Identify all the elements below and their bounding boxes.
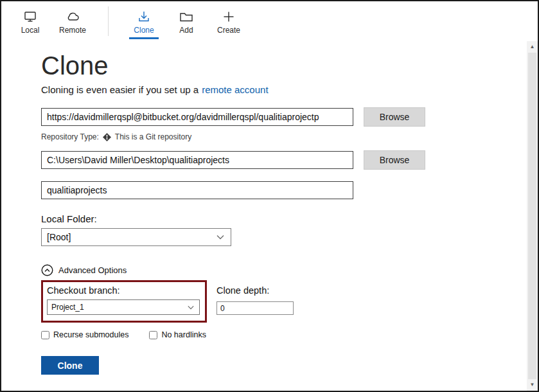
source-url-input[interactable] xyxy=(41,108,353,126)
vertical-scrollbar[interactable]: ▲ ▼ xyxy=(527,41,538,391)
no-hardlinks-label: No hardlinks xyxy=(161,330,206,339)
chevron-down-icon xyxy=(188,305,194,310)
download-icon xyxy=(137,8,151,24)
name-row xyxy=(41,181,486,199)
toolbar-item-label: Remote xyxy=(59,26,86,35)
toolbar-item-remote[interactable]: Remote xyxy=(51,1,94,41)
clone-depth-input[interactable] xyxy=(216,301,294,315)
page-title: Clone xyxy=(41,50,486,81)
destination-path-input[interactable] xyxy=(41,151,353,169)
repository-type-value: This is a Git repository xyxy=(115,132,191,141)
browse-destination-button[interactable]: Browse xyxy=(364,150,425,170)
toolbar-item-local[interactable]: Local xyxy=(9,1,51,41)
advanced-options-fields: Checkout branch: Project_1 Clone depth: xyxy=(41,280,486,323)
local-folder-label: Local Folder: xyxy=(41,213,486,224)
clone-form: Clone Cloning is even easier if you set … xyxy=(1,41,538,375)
checkout-branch-dropdown[interactable]: Project_1 xyxy=(47,299,200,315)
recurse-submodules-option[interactable]: Recurse submodules xyxy=(41,330,128,339)
checkout-branch-highlight: Checkout branch: Project_1 xyxy=(41,280,207,323)
git-icon xyxy=(103,133,111,141)
window-body: Clone Cloning is even easier if you set … xyxy=(1,41,538,391)
monitor-icon xyxy=(23,8,37,24)
remote-account-link[interactable]: remote account xyxy=(202,84,268,95)
name-input[interactable] xyxy=(41,181,353,199)
subtitle-text: Cloning is even easier if you set up a xyxy=(41,84,199,95)
destination-row: Browse xyxy=(41,150,486,170)
checkbox-row: Recurse submodules No hardlinks xyxy=(41,330,486,339)
no-hardlinks-checkbox[interactable] xyxy=(149,331,157,339)
clone-depth-label: Clone depth: xyxy=(216,285,294,296)
clone-button[interactable]: Clone xyxy=(41,356,99,375)
toolbar: Local Remote Clone xyxy=(1,1,538,41)
folder-icon xyxy=(179,8,194,24)
clone-window: Local Remote Clone xyxy=(0,0,539,392)
toolbar-item-create[interactable]: Create xyxy=(208,1,250,41)
recurse-submodules-checkbox[interactable] xyxy=(41,331,49,339)
toolbar-divider xyxy=(108,6,109,36)
no-hardlinks-option[interactable]: No hardlinks xyxy=(149,330,206,339)
scroll-up-arrow[interactable]: ▲ xyxy=(530,41,535,53)
toolbar-item-label: Add xyxy=(179,26,193,35)
checkout-branch-label: Checkout branch: xyxy=(47,285,200,296)
toolbar-item-label: Clone xyxy=(134,26,154,35)
chevron-down-icon xyxy=(216,235,224,240)
repository-type-line: Repository Type: This is a Git repositor… xyxy=(41,131,486,143)
source-url-row: Browse xyxy=(41,107,486,127)
clone-depth-group: Clone depth: xyxy=(216,280,294,315)
toolbar-item-add[interactable]: Add xyxy=(165,1,208,41)
collapse-circle-icon xyxy=(41,264,53,276)
toolbar-item-label: Create xyxy=(217,26,240,35)
recurse-submodules-label: Recurse submodules xyxy=(53,330,128,339)
advanced-options-toggle[interactable]: Advanced Options xyxy=(41,264,486,276)
toolbar-item-clone[interactable]: Clone xyxy=(123,1,165,41)
cloud-icon xyxy=(65,8,80,24)
subtitle: Cloning is even easier if you set up are… xyxy=(41,84,486,95)
checkout-branch-value: Project_1 xyxy=(51,303,84,312)
plus-icon xyxy=(222,8,236,24)
scrollbar-thumb[interactable] xyxy=(528,53,536,379)
advanced-options-label: Advanced Options xyxy=(58,265,127,275)
toolbar-item-label: Local xyxy=(21,26,40,35)
local-folder-value: [Root] xyxy=(47,232,71,242)
local-folder-dropdown[interactable]: [Root] xyxy=(41,228,231,246)
repository-type-label: Repository Type: xyxy=(41,132,99,141)
browse-source-button[interactable]: Browse xyxy=(364,107,425,127)
scroll-down-arrow[interactable]: ▼ xyxy=(530,379,535,391)
